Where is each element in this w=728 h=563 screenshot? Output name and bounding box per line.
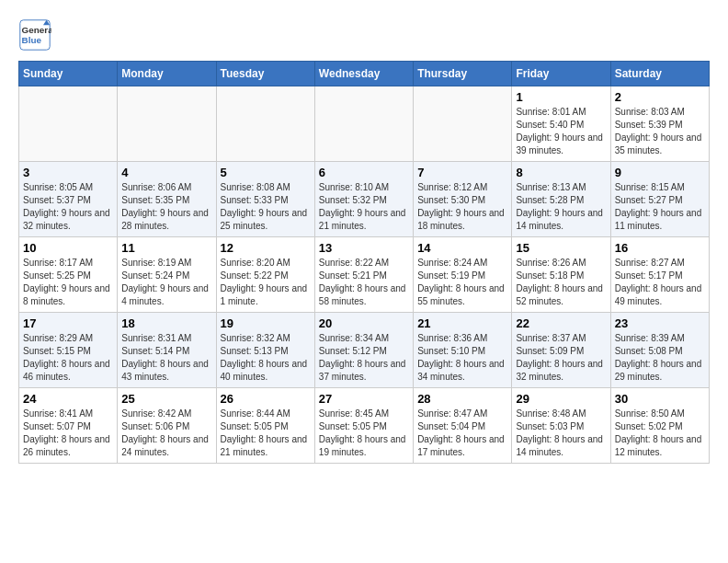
calendar-cell: 21Sunrise: 8:36 AMSunset: 5:10 PMDayligh… bbox=[414, 313, 512, 388]
calendar-header-friday: Friday bbox=[512, 62, 610, 86]
day-number: 7 bbox=[417, 166, 507, 179]
day-number: 1 bbox=[516, 90, 606, 104]
day-number: 28 bbox=[417, 392, 507, 406]
day-number: 29 bbox=[516, 392, 606, 406]
calendar-cell: 4Sunrise: 8:06 AMSunset: 5:35 PMDaylight… bbox=[118, 162, 216, 237]
svg-text:Blue: Blue bbox=[22, 35, 42, 45]
calendar-cell: 12Sunrise: 8:20 AMSunset: 5:22 PMDayligh… bbox=[216, 237, 314, 313]
day-number: 24 bbox=[23, 392, 113, 406]
calendar-week-row: 17Sunrise: 8:29 AMSunset: 5:15 PMDayligh… bbox=[19, 313, 710, 388]
day-info: Sunrise: 8:20 AMSunset: 5:22 PMDaylight:… bbox=[221, 257, 311, 308]
day-number: 3 bbox=[23, 166, 113, 179]
day-info: Sunrise: 8:31 AMSunset: 5:14 PMDaylight:… bbox=[121, 332, 211, 384]
calendar-header-wednesday: Wednesday bbox=[314, 62, 413, 86]
calendar-cell: 19Sunrise: 8:32 AMSunset: 5:13 PMDayligh… bbox=[216, 313, 314, 388]
calendar-header-thursday: Thursday bbox=[414, 62, 512, 86]
day-info: Sunrise: 8:44 AMSunset: 5:05 PMDaylight:… bbox=[221, 408, 311, 459]
calendar-cell: 27Sunrise: 8:45 AMSunset: 5:05 PMDayligh… bbox=[314, 388, 413, 464]
day-number: 20 bbox=[319, 316, 409, 330]
day-info: Sunrise: 8:50 AMSunset: 5:02 PMDaylight:… bbox=[615, 408, 705, 459]
calendar-cell: 15Sunrise: 8:26 AMSunset: 5:18 PMDayligh… bbox=[512, 237, 610, 313]
day-number: 21 bbox=[417, 316, 507, 330]
day-number: 2 bbox=[615, 90, 705, 104]
calendar-cell: 9Sunrise: 8:15 AMSunset: 5:27 PMDaylight… bbox=[610, 162, 709, 237]
calendar-week-row: 24Sunrise: 8:41 AMSunset: 5:07 PMDayligh… bbox=[19, 388, 710, 464]
calendar-week-row: 10Sunrise: 8:17 AMSunset: 5:25 PMDayligh… bbox=[19, 237, 710, 313]
calendar-cell: 16Sunrise: 8:27 AMSunset: 5:17 PMDayligh… bbox=[610, 237, 709, 313]
day-number: 4 bbox=[121, 166, 211, 179]
day-info: Sunrise: 8:03 AMSunset: 5:39 PMDaylight:… bbox=[615, 106, 705, 157]
day-info: Sunrise: 8:26 AMSunset: 5:18 PMDaylight:… bbox=[516, 257, 606, 308]
calendar-cell: 11Sunrise: 8:19 AMSunset: 5:24 PMDayligh… bbox=[118, 237, 216, 313]
calendar-cell: 28Sunrise: 8:47 AMSunset: 5:04 PMDayligh… bbox=[414, 388, 512, 464]
day-info: Sunrise: 8:10 AMSunset: 5:32 PMDaylight:… bbox=[319, 181, 409, 233]
calendar-cell: 17Sunrise: 8:29 AMSunset: 5:15 PMDayligh… bbox=[19, 313, 118, 388]
day-info: Sunrise: 8:01 AMSunset: 5:40 PMDaylight:… bbox=[516, 106, 606, 157]
calendar-cell: 2Sunrise: 8:03 AMSunset: 5:39 PMDaylight… bbox=[610, 86, 709, 162]
day-number: 9 bbox=[615, 166, 705, 179]
calendar-cell: 1Sunrise: 8:01 AMSunset: 5:40 PMDaylight… bbox=[512, 86, 610, 162]
calendar-header-saturday: Saturday bbox=[610, 62, 709, 86]
calendar-cell: 26Sunrise: 8:44 AMSunset: 5:05 PMDayligh… bbox=[216, 388, 314, 464]
day-number: 25 bbox=[121, 392, 211, 406]
calendar-cell: 29Sunrise: 8:48 AMSunset: 5:03 PMDayligh… bbox=[512, 388, 610, 464]
day-number: 18 bbox=[121, 316, 211, 330]
calendar-body: 1Sunrise: 8:01 AMSunset: 5:40 PMDaylight… bbox=[19, 86, 710, 464]
day-number: 16 bbox=[615, 241, 705, 255]
day-info: Sunrise: 8:32 AMSunset: 5:13 PMDaylight:… bbox=[221, 332, 311, 384]
day-info: Sunrise: 8:39 AMSunset: 5:08 PMDaylight:… bbox=[615, 332, 705, 384]
day-number: 6 bbox=[319, 166, 409, 179]
day-info: Sunrise: 8:13 AMSunset: 5:28 PMDaylight:… bbox=[516, 181, 606, 233]
calendar-cell: 13Sunrise: 8:22 AMSunset: 5:21 PMDayligh… bbox=[314, 237, 413, 313]
calendar-cell: 20Sunrise: 8:34 AMSunset: 5:12 PMDayligh… bbox=[314, 313, 413, 388]
calendar-cell bbox=[314, 86, 413, 162]
page-header: General Blue bbox=[18, 18, 710, 52]
calendar-header-sunday: Sunday bbox=[19, 62, 118, 86]
calendar-cell: 10Sunrise: 8:17 AMSunset: 5:25 PMDayligh… bbox=[19, 237, 118, 313]
day-number: 23 bbox=[615, 316, 705, 330]
day-number: 27 bbox=[319, 392, 409, 406]
calendar-cell: 3Sunrise: 8:05 AMSunset: 5:37 PMDaylight… bbox=[19, 162, 118, 237]
day-number: 15 bbox=[516, 241, 606, 255]
day-info: Sunrise: 8:48 AMSunset: 5:03 PMDaylight:… bbox=[516, 408, 606, 459]
day-info: Sunrise: 8:29 AMSunset: 5:15 PMDaylight:… bbox=[23, 332, 113, 384]
day-number: 8 bbox=[516, 166, 606, 179]
logo: General Blue bbox=[18, 18, 57, 52]
day-info: Sunrise: 8:17 AMSunset: 5:25 PMDaylight:… bbox=[23, 257, 113, 308]
calendar-week-row: 1Sunrise: 8:01 AMSunset: 5:40 PMDaylight… bbox=[19, 86, 710, 162]
calendar-cell: 23Sunrise: 8:39 AMSunset: 5:08 PMDayligh… bbox=[610, 313, 709, 388]
day-info: Sunrise: 8:37 AMSunset: 5:09 PMDaylight:… bbox=[516, 332, 606, 384]
day-info: Sunrise: 8:12 AMSunset: 5:30 PMDaylight:… bbox=[417, 181, 507, 233]
day-info: Sunrise: 8:05 AMSunset: 5:37 PMDaylight:… bbox=[23, 181, 113, 233]
day-info: Sunrise: 8:22 AMSunset: 5:21 PMDaylight:… bbox=[319, 257, 409, 308]
day-number: 10 bbox=[23, 241, 113, 255]
day-info: Sunrise: 8:47 AMSunset: 5:04 PMDaylight:… bbox=[417, 408, 507, 459]
day-info: Sunrise: 8:45 AMSunset: 5:05 PMDaylight:… bbox=[319, 408, 409, 459]
day-info: Sunrise: 8:06 AMSunset: 5:35 PMDaylight:… bbox=[121, 181, 211, 233]
calendar-cell: 18Sunrise: 8:31 AMSunset: 5:14 PMDayligh… bbox=[118, 313, 216, 388]
day-info: Sunrise: 8:19 AMSunset: 5:24 PMDaylight:… bbox=[121, 257, 211, 308]
calendar-cell: 25Sunrise: 8:42 AMSunset: 5:06 PMDayligh… bbox=[118, 388, 216, 464]
day-number: 13 bbox=[319, 241, 409, 255]
calendar-cell bbox=[216, 86, 314, 162]
calendar-cell: 24Sunrise: 8:41 AMSunset: 5:07 PMDayligh… bbox=[19, 388, 118, 464]
calendar-cell bbox=[19, 86, 118, 162]
calendar-cell bbox=[414, 86, 512, 162]
day-number: 14 bbox=[417, 241, 507, 255]
calendar-table: SundayMondayTuesdayWednesdayThursdayFrid… bbox=[18, 61, 710, 464]
day-number: 17 bbox=[23, 316, 113, 330]
calendar-cell: 8Sunrise: 8:13 AMSunset: 5:28 PMDaylight… bbox=[512, 162, 610, 237]
day-number: 12 bbox=[221, 241, 311, 255]
calendar-header-row: SundayMondayTuesdayWednesdayThursdayFrid… bbox=[19, 62, 710, 86]
day-info: Sunrise: 8:41 AMSunset: 5:07 PMDaylight:… bbox=[23, 408, 113, 459]
calendar-header-monday: Monday bbox=[118, 62, 216, 86]
logo-icon: General Blue bbox=[18, 18, 51, 52]
calendar-cell: 14Sunrise: 8:24 AMSunset: 5:19 PMDayligh… bbox=[414, 237, 512, 313]
calendar-cell bbox=[118, 86, 216, 162]
day-number: 22 bbox=[516, 316, 606, 330]
day-number: 5 bbox=[221, 166, 311, 179]
day-number: 11 bbox=[121, 241, 211, 255]
day-info: Sunrise: 8:34 AMSunset: 5:12 PMDaylight:… bbox=[319, 332, 409, 384]
day-info: Sunrise: 8:36 AMSunset: 5:10 PMDaylight:… bbox=[417, 332, 507, 384]
calendar-cell: 5Sunrise: 8:08 AMSunset: 5:33 PMDaylight… bbox=[216, 162, 314, 237]
